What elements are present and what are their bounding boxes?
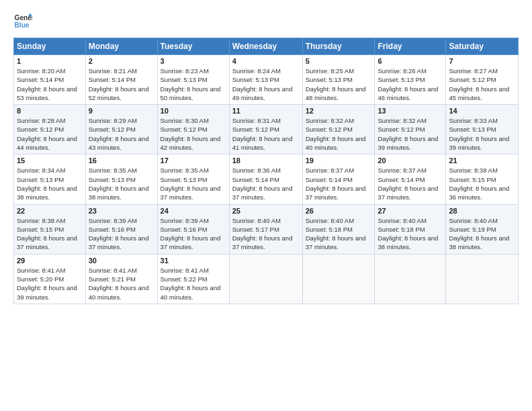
calendar-cell: 6Sunrise: 8:26 AMSunset: 5:13 PMDaylight… bbox=[375, 55, 446, 105]
calendar-cell: 16Sunrise: 8:35 AMSunset: 5:13 PMDayligh… bbox=[85, 154, 157, 204]
weekday-header: Wednesday bbox=[229, 38, 302, 55]
day-number: 28 bbox=[449, 207, 515, 215]
day-number: 31 bbox=[161, 257, 226, 265]
day-number: 18 bbox=[232, 156, 300, 165]
day-number: 22 bbox=[17, 207, 83, 215]
day-number: 3 bbox=[161, 57, 226, 65]
day-info: Sunrise: 8:36 AMSunset: 5:14 PMDaylight:… bbox=[232, 167, 293, 201]
day-info: Sunrise: 8:39 AMSunset: 5:16 PMDaylight:… bbox=[161, 217, 221, 251]
day-number: 11 bbox=[232, 107, 300, 115]
day-info: Sunrise: 8:32 AMSunset: 5:12 PMDaylight:… bbox=[306, 117, 366, 151]
day-number: 1 bbox=[17, 57, 83, 65]
calendar-cell: 23Sunrise: 8:39 AMSunset: 5:16 PMDayligh… bbox=[85, 204, 157, 254]
calendar-cell bbox=[302, 254, 375, 304]
calendar-cell: 13Sunrise: 8:32 AMSunset: 5:12 PMDayligh… bbox=[375, 105, 446, 154]
day-info: Sunrise: 8:41 AMSunset: 5:20 PMDaylight:… bbox=[17, 267, 77, 301]
calendar-table: SundayMondayTuesdayWednesdayThursdayFrid… bbox=[13, 38, 519, 304]
day-number: 26 bbox=[306, 207, 372, 215]
calendar-cell: 1Sunrise: 8:20 AMSunset: 5:14 PMDaylight… bbox=[14, 55, 86, 105]
calendar-cell: 30Sunrise: 8:41 AMSunset: 5:21 PMDayligh… bbox=[85, 254, 157, 304]
day-info: Sunrise: 8:35 AMSunset: 5:13 PMDaylight:… bbox=[161, 167, 221, 201]
day-number: 24 bbox=[161, 207, 226, 215]
day-number: 5 bbox=[306, 57, 372, 65]
day-number: 2 bbox=[89, 57, 154, 65]
day-info: Sunrise: 8:30 AMSunset: 5:12 PMDaylight:… bbox=[161, 117, 221, 151]
day-number: 29 bbox=[17, 257, 83, 265]
day-number: 6 bbox=[378, 57, 443, 65]
calendar-cell bbox=[446, 254, 519, 304]
day-number: 25 bbox=[232, 207, 300, 215]
calendar-cell bbox=[229, 254, 302, 304]
day-info: Sunrise: 8:37 AMSunset: 5:14 PMDaylight:… bbox=[306, 167, 366, 201]
day-info: Sunrise: 8:29 AMSunset: 5:12 PMDaylight:… bbox=[89, 117, 149, 151]
calendar-cell: 29Sunrise: 8:41 AMSunset: 5:20 PMDayligh… bbox=[14, 254, 86, 304]
day-info: Sunrise: 8:40 AMSunset: 5:18 PMDaylight:… bbox=[378, 217, 438, 251]
calendar-cell: 21Sunrise: 8:38 AMSunset: 5:15 PMDayligh… bbox=[446, 154, 519, 204]
day-info: Sunrise: 8:32 AMSunset: 5:12 PMDaylight:… bbox=[378, 117, 438, 151]
weekday-header: Friday bbox=[375, 38, 446, 55]
day-info: Sunrise: 8:25 AMSunset: 5:13 PMDaylight:… bbox=[306, 67, 366, 101]
day-info: Sunrise: 8:38 AMSunset: 5:15 PMDaylight:… bbox=[449, 167, 509, 201]
day-info: Sunrise: 8:37 AMSunset: 5:14 PMDaylight:… bbox=[378, 167, 438, 201]
day-number: 4 bbox=[232, 57, 300, 65]
calendar-cell: 9Sunrise: 8:29 AMSunset: 5:12 PMDaylight… bbox=[85, 105, 157, 154]
day-info: Sunrise: 8:33 AMSunset: 5:13 PMDaylight:… bbox=[449, 117, 509, 151]
weekday-header: Sunday bbox=[14, 38, 86, 55]
day-number: 14 bbox=[449, 107, 515, 115]
day-info: Sunrise: 8:27 AMSunset: 5:12 PMDaylight:… bbox=[449, 67, 509, 101]
calendar-cell: 31Sunrise: 8:41 AMSunset: 5:22 PMDayligh… bbox=[157, 254, 229, 304]
day-number: 10 bbox=[161, 107, 226, 115]
day-info: Sunrise: 8:40 AMSunset: 5:18 PMDaylight:… bbox=[306, 217, 366, 251]
day-number: 7 bbox=[449, 57, 515, 65]
calendar-cell: 25Sunrise: 8:40 AMSunset: 5:17 PMDayligh… bbox=[229, 204, 302, 254]
weekday-header: Saturday bbox=[446, 38, 519, 55]
day-number: 21 bbox=[449, 156, 515, 165]
calendar-cell: 22Sunrise: 8:38 AMSunset: 5:15 PMDayligh… bbox=[14, 204, 86, 254]
day-info: Sunrise: 8:39 AMSunset: 5:16 PMDaylight:… bbox=[89, 217, 149, 251]
generalblue-logo-icon: General Blue bbox=[13, 12, 32, 31]
calendar-cell: 2Sunrise: 8:21 AMSunset: 5:14 PMDaylight… bbox=[85, 55, 157, 105]
day-number: 15 bbox=[17, 156, 83, 165]
header: General Blue bbox=[13, 12, 519, 31]
page: General Blue SundayMondayTuesdayWednesda… bbox=[0, 0, 532, 411]
day-number: 23 bbox=[89, 207, 154, 215]
calendar-cell: 14Sunrise: 8:33 AMSunset: 5:13 PMDayligh… bbox=[446, 105, 519, 154]
weekday-header: Tuesday bbox=[157, 38, 229, 55]
calendar-cell: 11Sunrise: 8:31 AMSunset: 5:12 PMDayligh… bbox=[229, 105, 302, 154]
day-info: Sunrise: 8:41 AMSunset: 5:22 PMDaylight:… bbox=[161, 267, 221, 301]
day-info: Sunrise: 8:24 AMSunset: 5:13 PMDaylight:… bbox=[232, 67, 293, 101]
calendar-cell: 3Sunrise: 8:23 AMSunset: 5:13 PMDaylight… bbox=[157, 55, 229, 105]
day-info: Sunrise: 8:34 AMSunset: 5:13 PMDaylight:… bbox=[17, 167, 77, 201]
calendar-cell: 19Sunrise: 8:37 AMSunset: 5:14 PMDayligh… bbox=[302, 154, 375, 204]
calendar-cell: 8Sunrise: 8:28 AMSunset: 5:12 PMDaylight… bbox=[14, 105, 86, 154]
calendar-cell: 28Sunrise: 8:40 AMSunset: 5:19 PMDayligh… bbox=[446, 204, 519, 254]
day-number: 13 bbox=[378, 107, 443, 115]
day-number: 19 bbox=[306, 156, 372, 165]
day-info: Sunrise: 8:31 AMSunset: 5:12 PMDaylight:… bbox=[232, 117, 293, 151]
calendar-cell: 4Sunrise: 8:24 AMSunset: 5:13 PMDaylight… bbox=[229, 55, 302, 105]
calendar-cell: 12Sunrise: 8:32 AMSunset: 5:12 PMDayligh… bbox=[302, 105, 375, 154]
day-info: Sunrise: 8:23 AMSunset: 5:13 PMDaylight:… bbox=[161, 67, 221, 101]
day-number: 9 bbox=[89, 107, 154, 115]
logo: General Blue bbox=[13, 12, 32, 31]
day-info: Sunrise: 8:40 AMSunset: 5:17 PMDaylight:… bbox=[232, 217, 293, 251]
day-number: 30 bbox=[89, 257, 154, 265]
day-info: Sunrise: 8:40 AMSunset: 5:19 PMDaylight:… bbox=[449, 217, 509, 251]
calendar-cell bbox=[375, 254, 446, 304]
day-number: 27 bbox=[378, 207, 443, 215]
calendar-cell: 17Sunrise: 8:35 AMSunset: 5:13 PMDayligh… bbox=[157, 154, 229, 204]
day-info: Sunrise: 8:35 AMSunset: 5:13 PMDaylight:… bbox=[89, 167, 149, 201]
svg-text:Blue: Blue bbox=[15, 21, 30, 29]
day-info: Sunrise: 8:20 AMSunset: 5:14 PMDaylight:… bbox=[17, 67, 77, 101]
day-number: 8 bbox=[17, 107, 83, 115]
weekday-header: Thursday bbox=[302, 38, 375, 55]
calendar-cell: 26Sunrise: 8:40 AMSunset: 5:18 PMDayligh… bbox=[302, 204, 375, 254]
day-info: Sunrise: 8:41 AMSunset: 5:21 PMDaylight:… bbox=[89, 267, 149, 301]
day-info: Sunrise: 8:21 AMSunset: 5:14 PMDaylight:… bbox=[89, 67, 149, 101]
weekday-header: Monday bbox=[85, 38, 157, 55]
day-number: 12 bbox=[306, 107, 372, 115]
calendar-cell: 15Sunrise: 8:34 AMSunset: 5:13 PMDayligh… bbox=[14, 154, 86, 204]
day-number: 17 bbox=[161, 156, 226, 165]
day-number: 16 bbox=[89, 156, 154, 165]
day-info: Sunrise: 8:26 AMSunset: 5:13 PMDaylight:… bbox=[378, 67, 438, 101]
